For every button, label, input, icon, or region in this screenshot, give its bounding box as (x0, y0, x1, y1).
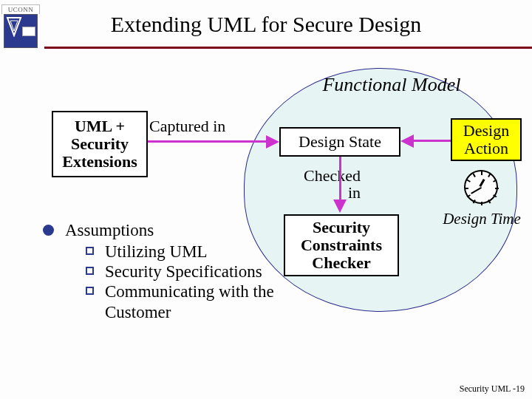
slide-title: Extending UML for Secure Design (0, 0, 532, 37)
uconn-logo: UCONN (1, 4, 40, 48)
list-item: Security Specifications (86, 262, 282, 282)
slide-header: UCONN Extending UML for Secure Design (0, 0, 532, 52)
arrow-design-action-head (400, 134, 414, 148)
assumptions-list: Utilizing UML Security Specifications Co… (43, 242, 282, 322)
title-rule (44, 47, 532, 49)
assumptions-block: Assumptions Utilizing UML Security Speci… (43, 220, 282, 322)
arrow-captured-in (148, 140, 269, 143)
uml-security-box: UML + Security Extensions (52, 111, 148, 177)
logo-text: UCONN (1, 4, 40, 14)
clock-icon (464, 170, 498, 204)
arrow-design-action (412, 140, 451, 142)
design-action-box: Design Action (451, 118, 522, 161)
list-item: Communicating with the Customer (86, 282, 282, 321)
design-state-box: Design State (279, 127, 400, 157)
functional-model-heading: Functional Model (296, 74, 488, 96)
arrow-checked-in-head (333, 200, 347, 213)
logo-flag-icon (22, 27, 35, 36)
design-time-label: Design Time (437, 210, 526, 228)
checked-in-label: Checked in (294, 167, 361, 201)
slide-number: Security UML -19 (460, 383, 525, 395)
arrow-captured-in-head (266, 135, 279, 149)
list-item: Utilizing UML (86, 242, 282, 262)
security-checker-box: Security Constraints Checker (284, 214, 399, 276)
captured-in-label: Captured in (149, 117, 225, 136)
logo-emblem (4, 14, 38, 48)
arrow-checked-in (339, 157, 341, 202)
assumptions-heading: Assumptions (43, 220, 282, 240)
logo-glyph (6, 16, 22, 37)
